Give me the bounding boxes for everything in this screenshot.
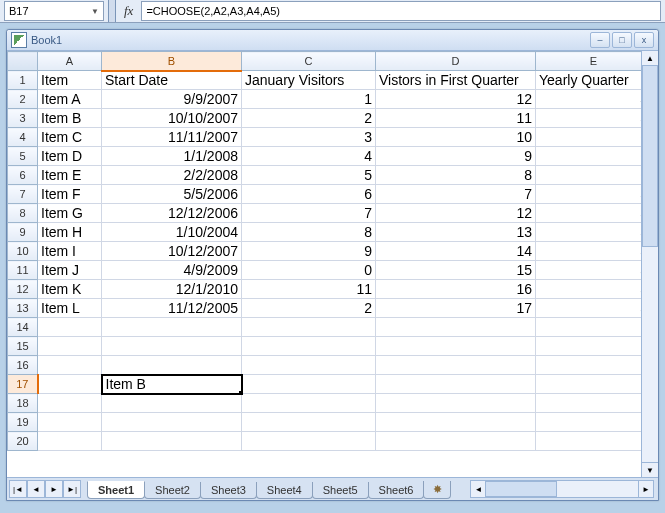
vscroll-thumb[interactable] <box>642 65 658 247</box>
cell-B18[interactable] <box>102 394 242 413</box>
cell-A4[interactable]: Item C <box>38 128 102 147</box>
cell-C19[interactable] <box>242 413 376 432</box>
cell-C18[interactable] <box>242 394 376 413</box>
row-header-17[interactable]: 17 <box>8 375 38 394</box>
cell-D3[interactable]: 11 <box>376 109 536 128</box>
grid-cells[interactable]: ABCDE1ItemStart DateJanuary VisitorsVist… <box>7 51 642 477</box>
cell-D1[interactable]: Vistors in First Quarter <box>376 71 536 90</box>
cell-C8[interactable]: 7 <box>242 204 376 223</box>
cell-C17[interactable] <box>242 375 376 394</box>
row-header-12[interactable]: 12 <box>8 280 38 299</box>
row-header-20[interactable]: 20 <box>8 432 38 451</box>
cell-B12[interactable]: 12/1/2010 <box>102 280 242 299</box>
cell-E20[interactable] <box>536 432 643 451</box>
cell-A19[interactable] <box>38 413 102 432</box>
cell-A20[interactable] <box>38 432 102 451</box>
cell-B4[interactable]: 11/11/2007 <box>102 128 242 147</box>
cell-B20[interactable] <box>102 432 242 451</box>
cell-E15[interactable] <box>536 337 643 356</box>
cell-D5[interactable]: 9 <box>376 147 536 166</box>
cell-E8[interactable]: 5 <box>536 204 643 223</box>
cell-E18[interactable] <box>536 394 643 413</box>
row-header-11[interactable]: 11 <box>8 261 38 280</box>
cell-B17[interactable]: Item B <box>102 375 242 394</box>
cell-D6[interactable]: 8 <box>376 166 536 185</box>
tab-first-icon[interactable]: |◄ <box>9 480 27 498</box>
minimize-button[interactable]: – <box>590 32 610 48</box>
workbook-titlebar[interactable]: Book1 – □ x <box>7 30 658 51</box>
name-box[interactable]: B17 ▼ <box>4 1 104 21</box>
cell-D14[interactable] <box>376 318 536 337</box>
cell-C7[interactable]: 6 <box>242 185 376 204</box>
cell-A3[interactable]: Item B <box>38 109 102 128</box>
sheet-tab-sheet1[interactable]: Sheet1 <box>87 481 145 499</box>
cell-D15[interactable] <box>376 337 536 356</box>
cell-E6[interactable]: 6 <box>536 166 643 185</box>
row-header-5[interactable]: 5 <box>8 147 38 166</box>
cell-D7[interactable]: 7 <box>376 185 536 204</box>
cell-B19[interactable] <box>102 413 242 432</box>
cell-E5[interactable]: 6 <box>536 147 643 166</box>
cell-A8[interactable]: Item G <box>38 204 102 223</box>
cell-B15[interactable] <box>102 337 242 356</box>
cell-C11[interactable]: 0 <box>242 261 376 280</box>
cell-B2[interactable]: 9/9/2007 <box>102 90 242 109</box>
cell-E9[interactable]: 5 <box>536 223 643 242</box>
row-header-13[interactable]: 13 <box>8 299 38 318</box>
spreadsheet-table[interactable]: ABCDE1ItemStart DateJanuary VisitorsVist… <box>7 51 642 451</box>
cell-A2[interactable]: Item A <box>38 90 102 109</box>
cell-A18[interactable] <box>38 394 102 413</box>
cell-A6[interactable]: Item E <box>38 166 102 185</box>
cell-A1[interactable]: Item <box>38 71 102 90</box>
row-header-18[interactable]: 18 <box>8 394 38 413</box>
cell-E19[interactable] <box>536 413 643 432</box>
row-header-19[interactable]: 19 <box>8 413 38 432</box>
cell-A9[interactable]: Item H <box>38 223 102 242</box>
scroll-down-icon[interactable]: ▼ <box>642 462 658 477</box>
sheet-tab-sheet6[interactable]: Sheet6 <box>368 482 425 499</box>
cell-A15[interactable] <box>38 337 102 356</box>
cell-C6[interactable]: 5 <box>242 166 376 185</box>
sheet-tab-sheet5[interactable]: Sheet5 <box>312 482 369 499</box>
row-header-16[interactable]: 16 <box>8 356 38 375</box>
row-header-1[interactable]: 1 <box>8 71 38 90</box>
cell-D12[interactable]: 16 <box>376 280 536 299</box>
tab-prev-icon[interactable]: ◄ <box>27 480 45 498</box>
cell-A11[interactable]: Item J <box>38 261 102 280</box>
cell-A5[interactable]: Item D <box>38 147 102 166</box>
cell-E14[interactable] <box>536 318 643 337</box>
cell-E17[interactable] <box>536 375 643 394</box>
cell-C13[interactable]: 2 <box>242 299 376 318</box>
vertical-scrollbar[interactable]: ▲ ▼ <box>641 51 658 477</box>
cell-C12[interactable]: 11 <box>242 280 376 299</box>
column-header-C[interactable]: C <box>242 52 376 71</box>
name-box-dropdown-icon[interactable]: ▼ <box>91 7 99 16</box>
tab-last-icon[interactable]: ►| <box>63 480 81 498</box>
cell-A10[interactable]: Item I <box>38 242 102 261</box>
cell-D17[interactable] <box>376 375 536 394</box>
cell-A17[interactable] <box>38 375 102 394</box>
cell-D9[interactable]: 13 <box>376 223 536 242</box>
row-header-4[interactable]: 4 <box>8 128 38 147</box>
cell-B8[interactable]: 12/12/2006 <box>102 204 242 223</box>
cell-B7[interactable]: 5/5/2006 <box>102 185 242 204</box>
cell-A16[interactable] <box>38 356 102 375</box>
cell-B10[interactable]: 10/12/2007 <box>102 242 242 261</box>
tab-next-icon[interactable]: ► <box>45 480 63 498</box>
cell-C10[interactable]: 9 <box>242 242 376 261</box>
cell-E4[interactable]: 6 <box>536 128 643 147</box>
cell-D11[interactable]: 15 <box>376 261 536 280</box>
column-header-D[interactable]: D <box>376 52 536 71</box>
row-header-10[interactable]: 10 <box>8 242 38 261</box>
cell-D4[interactable]: 10 <box>376 128 536 147</box>
cell-C9[interactable]: 8 <box>242 223 376 242</box>
scroll-up-icon[interactable]: ▲ <box>642 51 658 66</box>
cell-D13[interactable]: 17 <box>376 299 536 318</box>
cell-E13[interactable]: 5 <box>536 299 643 318</box>
cell-C1[interactable]: January Visitors <box>242 71 376 90</box>
sheet-tab-sheet3[interactable]: Sheet3 <box>200 482 257 499</box>
row-header-8[interactable]: 8 <box>8 204 38 223</box>
cell-C2[interactable]: 1 <box>242 90 376 109</box>
cell-A12[interactable]: Item K <box>38 280 102 299</box>
cell-B11[interactable]: 4/9/2009 <box>102 261 242 280</box>
